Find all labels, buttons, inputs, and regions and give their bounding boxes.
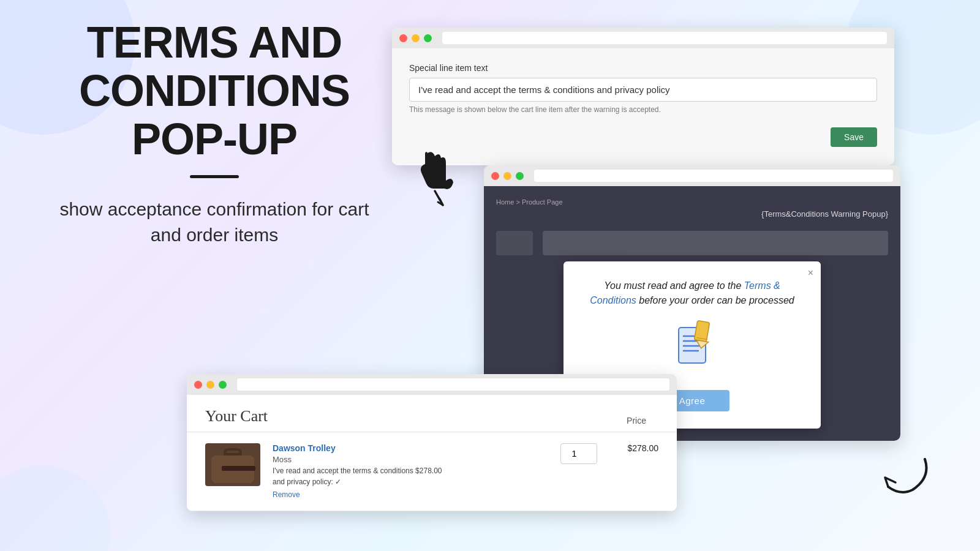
modal-message-part1: You must read and agree to the [604,280,744,291]
cart-item-image [205,443,260,486]
cart-item-variant: Moss [273,455,548,464]
settings-urlbar[interactable] [442,32,887,44]
popup-dot-green[interactable] [516,172,524,180]
titlebar-dot-red[interactable] [399,34,407,42]
cart-content: Your Cart Price Dawson Trolley Moss I've… [187,395,677,511]
settings-content: Special line item text This message is s… [392,48,894,165]
popup-dot-red[interactable] [491,172,499,180]
document-icon [668,320,717,374]
titlebar-dot-yellow[interactable] [412,34,420,42]
popup-titlebar [484,165,900,186]
cart-item-total: $278.00 [609,443,658,453]
cart-item-remove-link[interactable]: Remove [273,490,300,499]
modal-close-button[interactable]: × [808,268,813,279]
special-line-item-input[interactable] [409,78,877,102]
cart-item-terms: I've read and accept the terms & conditi… [273,467,548,475]
left-panel: TERMS AND CONDITIONS POP-UP show accepta… [24,18,404,248]
popup-section-title: {Terms&Conditions Warning Popup} [496,209,888,219]
arrow-hand-icon [409,147,464,208]
cart-item-row: Dawson Trolley Moss I've read and accept… [187,432,677,511]
headline-line3: POP-UP [24,115,404,163]
cart-dot-yellow[interactable] [206,381,214,389]
bag-handle [224,448,242,455]
popup-urlbar[interactable] [534,170,893,182]
popup-breadcrumb: Home > Product Page [496,198,888,206]
cart-dot-red[interactable] [194,381,202,389]
titlebar-dot-green[interactable] [424,34,432,42]
modal-message: You must read and agree to the Terms & C… [582,279,802,308]
cart-dot-green[interactable] [219,381,227,389]
cart-item-name: Dawson Trolley [273,443,548,453]
cart-item-terms-text: I've read and accept the terms & conditi… [273,467,413,475]
headline-divider [190,175,239,178]
cart-urlbar[interactable] [237,378,669,391]
field-label: Special line item text [409,63,877,73]
cart-item-quantity [560,443,597,464]
quantity-input[interactable] [560,443,597,464]
deco-circle-bl [0,465,110,551]
cart-item-terms-price: $278.00 [415,467,442,475]
headline-line2: CONDITIONS [24,67,404,115]
modal-icon-area [582,320,802,377]
save-button[interactable]: Save [831,127,877,147]
modal-message-part2: before your order can be processed [636,295,794,305]
settings-browser-window: Special line item text This message is s… [392,28,894,165]
cart-price-column-header: Price [627,416,658,425]
settings-titlebar [392,28,894,48]
arrow-curved-icon [882,447,937,502]
cart-item-privacy: and privacy policy: ✓ [273,478,548,486]
cart-item-details: Dawson Trolley Moss I've read and accept… [273,443,548,500]
headline-text: TERMS AND CONDITIONS POP-UP [24,18,404,164]
bag-body [211,455,254,483]
bag-strap [222,466,255,471]
cart-titlebar [187,374,677,395]
cart-title: Your Cart [205,407,268,425]
popup-dot-yellow[interactable] [503,172,511,180]
headline-line1: TERMS AND [24,18,404,67]
cart-browser-window: Your Cart Price Dawson Trolley Moss I've… [187,374,677,511]
cart-header: Your Cart Price [187,395,677,432]
field-hint: This message is shown below the cart lin… [409,105,877,114]
subtext: show acceptance confirmation for cartand… [24,197,404,248]
